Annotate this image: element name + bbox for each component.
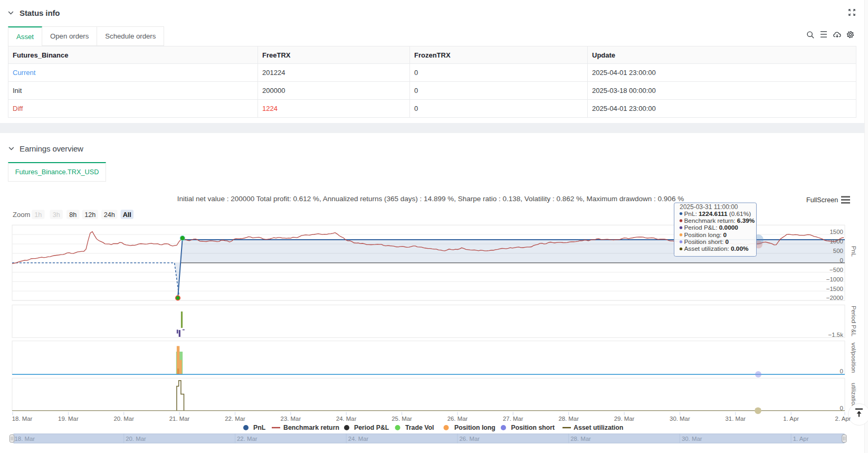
svg-text:19. Mar: 19. Mar xyxy=(58,416,79,422)
svg-text:8h: 8h xyxy=(69,211,77,219)
svg-text:22. Mar: 22. Mar xyxy=(237,436,257,442)
svg-text:PnL: PnL xyxy=(851,246,857,257)
svg-text:1. Apr: 1. Apr xyxy=(783,416,799,422)
svg-text:Position short: Position short xyxy=(511,424,555,431)
svg-text:2. Apr: 2. Apr xyxy=(835,416,851,422)
svg-text:Asset utilization: 0.00%: Asset utilization: 0.00% xyxy=(684,245,749,252)
svg-text:18. Mar: 18. Mar xyxy=(12,416,33,422)
svg-text:21. Mar: 21. Mar xyxy=(169,416,190,422)
svg-text:28. Mar: 28. Mar xyxy=(558,416,579,422)
svg-text:1500: 1500 xyxy=(829,229,843,235)
svg-text:−1.5k: −1.5k xyxy=(828,332,844,338)
svg-text:26. Mar: 26. Mar xyxy=(460,436,480,442)
svg-text:28. Mar: 28. Mar xyxy=(570,436,591,442)
svg-text:Zoom: Zoom xyxy=(13,211,30,219)
svg-text:24h: 24h xyxy=(104,211,115,219)
svg-text:1. Apr: 1. Apr xyxy=(793,436,809,442)
svg-text:vol/position: vol/position xyxy=(851,343,857,373)
svg-text:0: 0 xyxy=(840,368,843,374)
svg-text:30. Mar: 30. Mar xyxy=(682,436,702,442)
svg-text:Position long: Position long xyxy=(454,424,495,431)
svg-text:PnL: 1224.6111 (0.61%): PnL: 1224.6111 (0.61%) xyxy=(684,210,751,218)
svg-text:Period P&L: Period P&L xyxy=(354,424,389,431)
svg-text:1h: 1h xyxy=(34,211,42,219)
svg-text:PnL: PnL xyxy=(253,424,266,431)
svg-text:1000: 1000 xyxy=(829,238,843,244)
svg-text:24. Mar: 24. Mar xyxy=(348,436,369,442)
svg-text:Position long: 0: Position long: 0 xyxy=(684,231,727,239)
svg-text:27. Mar: 27. Mar xyxy=(503,416,523,422)
svg-text:Asset utilization: Asset utilization xyxy=(574,424,623,431)
svg-text:−1000: −1000 xyxy=(826,276,843,282)
svg-text:Period P&L: 0.0000: Period P&L: 0.0000 xyxy=(684,224,739,231)
svg-text:Benchmark return: 6.39%: Benchmark return: 6.39% xyxy=(684,217,755,224)
svg-text:12h: 12h xyxy=(84,211,96,219)
svg-text:FullScreen: FullScreen xyxy=(806,196,838,204)
svg-text:Position short: 0: Position short: 0 xyxy=(684,238,729,246)
svg-text:18. Mar: 18. Mar xyxy=(15,436,35,442)
svg-text:24. Mar: 24. Mar xyxy=(336,416,357,422)
svg-text:23. Mar: 23. Mar xyxy=(281,416,301,422)
svg-text:−500: −500 xyxy=(829,267,843,273)
svg-text:Trade Vol: Trade Vol xyxy=(405,424,434,431)
svg-text:−2000: −2000 xyxy=(826,295,843,301)
svg-text:20. Mar: 20. Mar xyxy=(113,416,134,422)
svg-text:All: All xyxy=(123,211,131,219)
svg-text:26. Mar: 26. Mar xyxy=(447,416,468,422)
svg-text:31. Mar: 31. Mar xyxy=(725,416,746,422)
svg-text:25. Mar: 25. Mar xyxy=(392,416,412,422)
svg-text:Period P&L: Period P&L xyxy=(851,306,857,337)
svg-text:Initial net value : 200000 Tot: Initial net value : 200000 Total profit:… xyxy=(177,195,684,203)
svg-text:0: 0 xyxy=(840,405,843,411)
svg-text:500: 500 xyxy=(833,248,843,254)
svg-text:−1500: −1500 xyxy=(826,286,843,292)
svg-text:22. Mar: 22. Mar xyxy=(225,416,245,422)
svg-text:30. Mar: 30. Mar xyxy=(670,416,690,422)
svg-text:20. Mar: 20. Mar xyxy=(126,436,146,442)
svg-text:Benchmark return: Benchmark return xyxy=(283,424,339,431)
svg-text:0: 0 xyxy=(840,257,843,263)
svg-text:29. Mar: 29. Mar xyxy=(614,416,635,422)
svg-text:3h: 3h xyxy=(53,211,60,219)
